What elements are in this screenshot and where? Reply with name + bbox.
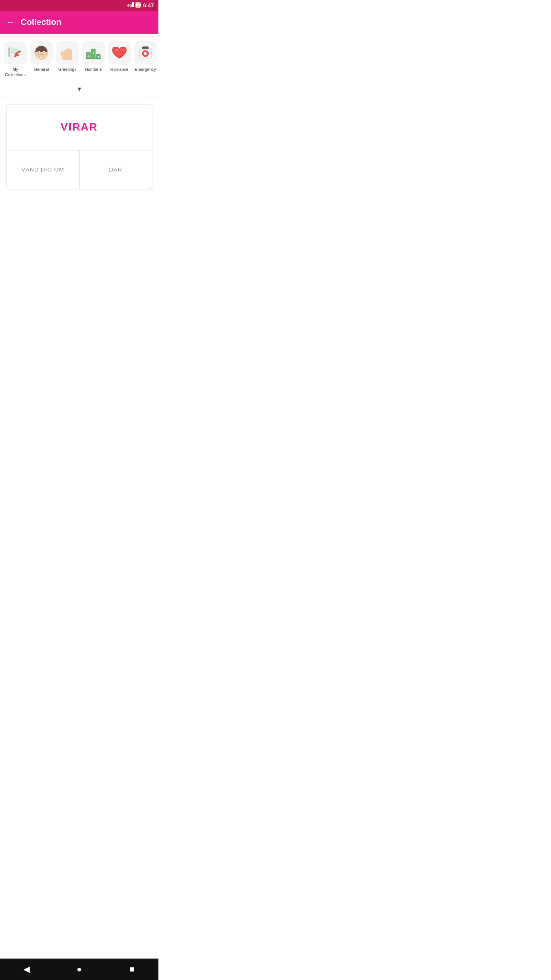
signal-icon: 4G [127, 2, 134, 8]
expand-chevron-wrap[interactable]: ▾ [0, 82, 158, 98]
chevron-down-icon[interactable]: ▾ [78, 85, 81, 93]
flashcard-container: VIRAR VÄND DIG OM DÄR [0, 98, 158, 195]
svg-marker-2 [132, 2, 134, 7]
flashcard-top[interactable]: VIRAR [7, 105, 152, 150]
svg-rect-35 [142, 47, 148, 49]
face-icon [33, 44, 50, 61]
back-button[interactable]: ← [6, 17, 15, 27]
numbers-label: Numbers [85, 67, 102, 72]
battery-icon: ⚡ [135, 2, 142, 8]
medical-icon [137, 44, 154, 61]
svg-rect-4 [140, 4, 141, 6]
flashcard-bottom: VÄND DIG OM DÄR [7, 150, 152, 189]
status-bar: 4G ⚡ 6:47 [0, 0, 158, 11]
category-row: My Collections General [0, 34, 158, 82]
svg-text:2: 2 [88, 54, 90, 57]
notebook-icon [7, 44, 24, 61]
category-item-numbers[interactable]: 2 1 3 Numbers [81, 41, 106, 72]
svg-rect-13 [8, 47, 10, 57]
greetings-label: Greetings [58, 67, 77, 72]
heart-icon [111, 44, 128, 61]
numbers-icon-wrap: 2 1 3 [82, 41, 105, 64]
flashcard-word: VIRAR [60, 121, 98, 133]
flashcard-answer-right[interactable]: DÄR [80, 150, 152, 189]
category-item-general[interactable]: General [29, 41, 54, 72]
romance-label: Romance [110, 67, 128, 72]
my-collections-label: My Collections [3, 67, 28, 78]
numbers-icon: 2 1 3 [85, 44, 102, 61]
svg-rect-39 [145, 52, 146, 55]
general-icon-wrap [30, 41, 53, 64]
my-collections-icon-wrap [4, 41, 27, 64]
svg-text:⚡: ⚡ [136, 3, 141, 8]
greetings-icon-wrap [56, 41, 79, 64]
romance-icon-wrap [108, 41, 131, 64]
emergency-label: Emergency [135, 67, 156, 72]
emergency-icon-wrap [134, 41, 157, 64]
svg-text:1: 1 [93, 51, 95, 54]
svg-text:4G: 4G [127, 3, 133, 8]
svg-point-16 [38, 52, 39, 53]
flashcard[interactable]: VIRAR VÄND DIG OM DÄR [6, 104, 152, 189]
svg-point-18 [44, 52, 45, 53]
category-item-emergency[interactable]: Emergency [133, 41, 158, 72]
svg-point-19 [40, 54, 41, 55]
hand-icon [59, 44, 76, 61]
category-item-romance[interactable]: Romance [107, 41, 132, 72]
svg-point-20 [42, 54, 43, 55]
app-bar-title: Collection [21, 17, 61, 27]
svg-text:3: 3 [98, 56, 99, 59]
category-item-greetings[interactable]: Greetings [55, 41, 80, 72]
status-icons: 4G ⚡ 6:47 [127, 2, 154, 8]
status-time: 6:47 [143, 2, 154, 8]
general-label: General [34, 67, 49, 72]
category-item-my-collections[interactable]: My Collections [3, 41, 28, 78]
app-bar: ← Collection [0, 11, 158, 34]
svg-rect-26 [62, 53, 72, 60]
flashcard-answer-left[interactable]: VÄND DIG OM [7, 150, 80, 189]
